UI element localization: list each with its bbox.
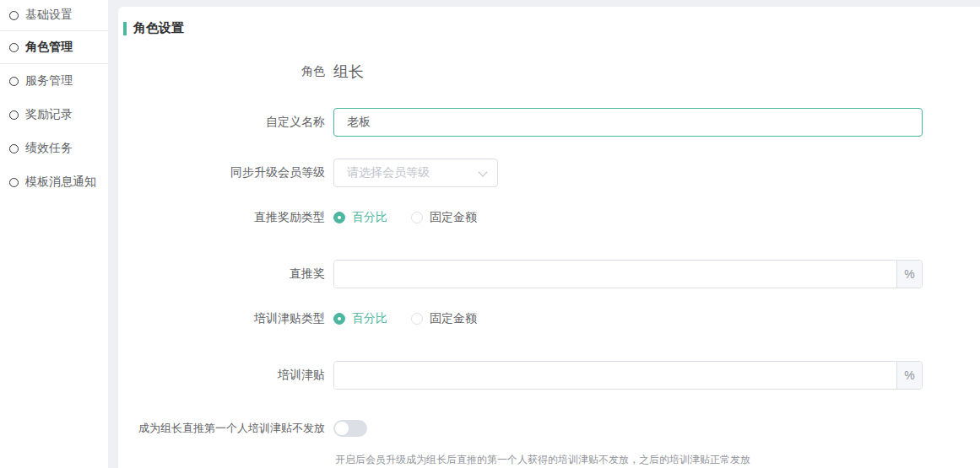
title-accent-bar: [123, 22, 127, 35]
training-allowance-label: 培训津贴: [118, 368, 333, 383]
direct-reward-label: 直推奖: [118, 266, 333, 282]
section-title: 角色设置: [123, 20, 184, 36]
sidebar-item-role-management[interactable]: 角色管理: [0, 30, 108, 64]
role-settings-panel: 角色设置 角色 组长 自定义名称 同步升级会员等级 请选择会员等级 直推奖励类型…: [118, 7, 980, 468]
first-person-toggle-label: 成为组长直推第一个人培训津贴不发放: [118, 421, 333, 436]
direct-reward-input-group: %: [333, 260, 923, 288]
training-type-row: 培训津贴类型 百分比 固定金额: [118, 309, 980, 329]
radio-unselected-icon: [411, 212, 423, 223]
sidebar-item-label: 模板消息通知: [25, 175, 96, 190]
custom-name-input[interactable]: [333, 108, 923, 137]
training-allowance-row: 培训津贴 %: [118, 361, 980, 390]
select-placeholder: 请选择会员等级: [347, 165, 430, 180]
toggle-help-text: 开启后会员升级成为组长后直推的第一个人获得的培训津贴不发放，之后的培训津贴正常发…: [118, 453, 750, 467]
sidebar-item-basic-settings[interactable]: 基础设置: [0, 0, 108, 30]
first-person-toggle-row: 成为组长直推第一个人培训津贴不发放: [118, 419, 980, 438]
radio-label: 固定金额: [430, 311, 477, 326]
training-type-label: 培训津贴类型: [118, 311, 333, 326]
sidebar-item-label: 基础设置: [25, 8, 73, 23]
sidebar-item-reward-records[interactable]: 奖励记录: [0, 98, 108, 132]
training-type-radio-group: 百分比 固定金额: [333, 311, 501, 326]
percent-suffix: %: [896, 362, 922, 389]
sidebar-item-label: 角色管理: [25, 40, 73, 55]
sidebar-item-label: 奖励记录: [25, 107, 73, 122]
direct-reward-type-row: 直推奖励类型 百分比 固定金额: [118, 207, 980, 228]
member-level-select[interactable]: 请选择会员等级: [333, 159, 498, 187]
radio-percentage[interactable]: 百分比: [333, 311, 387, 326]
radio-fixed-amount[interactable]: 固定金额: [411, 311, 477, 326]
role-row: 角色 组长: [118, 61, 980, 83]
radio-label: 百分比: [352, 311, 387, 326]
custom-name-row: 自定义名称: [118, 108, 980, 137]
sidebar-item-label: 服务管理: [25, 73, 73, 89]
sidebar-item-template-notifications[interactable]: 模板消息通知: [0, 165, 108, 199]
direct-reward-type-radio-group: 百分比 固定金额: [333, 210, 501, 225]
role-label: 角色: [118, 64, 333, 79]
percent-suffix: %: [896, 261, 922, 288]
radio-label: 百分比: [352, 210, 387, 225]
training-allowance-input-group: %: [333, 361, 923, 390]
sync-level-label: 同步升级会员等级: [118, 165, 333, 180]
page-title: 角色设置: [133, 20, 184, 36]
sync-level-row: 同步升级会员等级 请选择会员等级: [118, 159, 980, 187]
radio-selected-icon: [333, 313, 345, 325]
toggle-knob: [335, 422, 349, 435]
chevron-down-icon: [478, 167, 487, 176]
sidebar-item-performance-tasks[interactable]: 绩效任务: [0, 132, 108, 165]
circle-icon: [9, 77, 19, 86]
circle-icon: [9, 110, 19, 120]
role-value: 组长: [333, 62, 364, 82]
radio-label: 固定金额: [430, 210, 477, 225]
sidebar: 基础设置 角色管理 服务管理 奖励记录 绩效任务 模板消息通知: [0, 0, 108, 468]
radio-fixed-amount[interactable]: 固定金额: [411, 210, 477, 225]
sidebar-item-service-management[interactable]: 服务管理: [0, 64, 108, 98]
training-allowance-input[interactable]: [334, 362, 896, 389]
radio-unselected-icon: [411, 313, 423, 325]
circle-icon: [9, 144, 19, 153]
direct-reward-type-label: 直推奖励类型: [118, 210, 333, 225]
first-person-toggle-switch[interactable]: [333, 420, 367, 437]
direct-reward-input[interactable]: [334, 261, 896, 288]
circle-icon: [9, 178, 19, 187]
circle-icon: [9, 11, 19, 20]
direct-reward-row: 直推奖 %: [118, 260, 980, 288]
toggle-help-row: 开启后会员升级成为组长后直推的第一个人获得的培训津贴不发放，之后的培训津贴正常发…: [118, 452, 980, 467]
sidebar-item-label: 绩效任务: [25, 141, 73, 156]
custom-name-label: 自定义名称: [118, 115, 333, 130]
circle-icon: [9, 43, 19, 52]
radio-selected-icon: [333, 212, 345, 223]
radio-percentage[interactable]: 百分比: [333, 210, 387, 225]
